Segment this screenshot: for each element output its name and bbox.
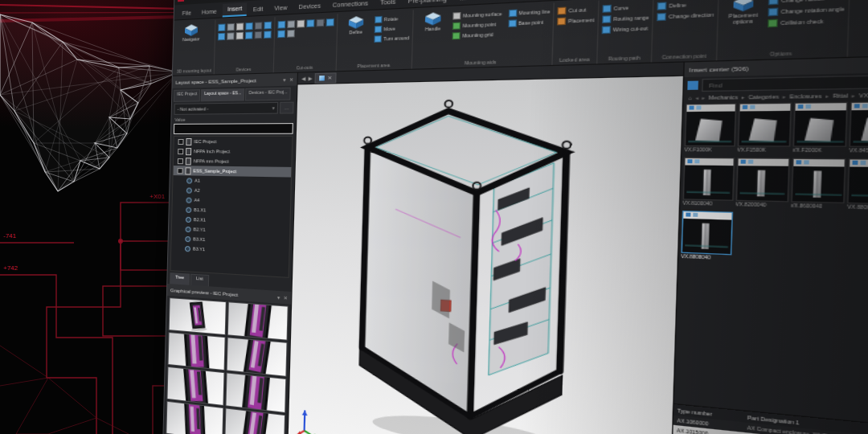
breadcrumb-segment-enclosures[interactable]: Enclosures [789,93,821,100]
tool-icon[interactable] [316,18,324,27]
part-tile-vx-8806040[interactable]: VX.8806040 [847,158,868,215]
find-input[interactable] [706,77,868,89]
preview-thumbnail[interactable] [227,301,289,340]
enclosure-3d-model[interactable] [326,86,608,434]
breadcrumb-segment-rittal[interactable]: Rittal [833,92,848,99]
tab-list[interactable]: List [190,274,209,287]
part-tile-vx-8100040[interactable]: VX.8100040 [682,158,735,211]
tool-icon[interactable] [255,31,263,39]
tool-icon[interactable] [278,21,286,29]
placement-options-button[interactable]: Placement options [722,0,765,25]
breadcrumb-segment-mechanics[interactable]: Mechanics [709,94,739,100]
main-area: Layout space - ESS_Sample_Project ▾ ✕ IE… [163,56,868,434]
preview-menu-icon[interactable]: ▾ [277,294,280,301]
part-tile-vx-f1500k[interactable]: VX.F1500K [737,103,791,156]
wiring-cut-out-button[interactable]: Wiring cut-out [601,23,649,35]
base-point-button[interactable]: Base point [508,17,551,28]
cut-out-button[interactable]: Cut out [558,5,595,16]
preview-close-icon[interactable]: ✕ [283,295,288,301]
preview-thumbnail[interactable] [166,366,224,406]
checkbox-icon[interactable] [178,149,183,154]
find-box[interactable] [702,75,868,92]
ribbon-group-cut-outs: Cut-outs [274,14,338,72]
activation-dropdown[interactable]: - Not activated - ▾ [174,102,279,115]
breadcrumb-segment-categories[interactable]: Categories [748,93,779,100]
breadcrumb-segment-vx[interactable]: VX [859,92,868,99]
breadcrumb-back-icon[interactable]: ◂ [695,95,698,100]
ribbon-tab-devices[interactable]: Devices [293,0,326,14]
tool-icon[interactable] [264,31,272,39]
device-icon [186,197,191,203]
part-tile-image [685,103,736,146]
collision-check-button[interactable]: Collision check [768,15,845,29]
home-icon[interactable]: ⌂ [688,95,692,100]
tool-icon[interactable] [245,23,253,31]
mounting-grid-button[interactable]: Mounting grid [452,30,502,41]
part-tile-vx-8600040[interactable]: VX.8600040 [790,158,846,213]
navigator-button[interactable]: Navigator [178,22,205,43]
preview-thumbnail[interactable] [168,332,226,371]
part-tile-vx-f2000k[interactable]: VX.F2000K [792,102,848,157]
checkbox-icon[interactable] [178,168,183,174]
part-tile-vx-f1000k[interactable]: VX.F1000K [684,103,736,155]
change-direction-icon [657,13,667,21]
tree-item-iec project[interactable]: IEC Project [174,137,293,147]
preview-thumbnail[interactable] [225,372,286,413]
ribbon-tab-edit[interactable]: Edit [248,3,268,16]
tool-icon[interactable] [297,20,305,28]
tool-icon[interactable] [264,22,272,30]
dock-tab-1[interactable]: Layout space - ES... [201,88,245,101]
tool-icon[interactable] [236,23,244,31]
placement-button[interactable]: Placement [557,15,594,27]
ribbon-tab-view[interactable]: View [269,2,293,14]
breadcrumb-forward-icon[interactable]: ▸ [702,95,705,100]
ribbon-tab-home[interactable]: Home [197,6,222,18]
mounting-point-button[interactable]: Mounting point [452,19,502,31]
tool-icon[interactable] [287,30,295,38]
value-filter-input[interactable] [174,123,293,134]
dock-tab-0[interactable]: IEC Project [174,89,200,102]
rotate-button[interactable]: Rotate [375,14,410,24]
panel-menu-icon[interactable]: ▾ [283,76,285,82]
tool-icon[interactable] [245,31,253,39]
tool-icon[interactable] [287,20,295,28]
checkbox-icon[interactable] [178,138,183,144]
preview-thumbnail[interactable] [169,297,227,335]
preview-thumbnail[interactable] [227,337,288,377]
curve-button[interactable]: Curve [602,2,649,14]
tab-close-icon[interactable]: ✕ [327,75,332,81]
tool-icon[interactable] [255,22,263,30]
viewport-tab[interactable]: ✕ [315,72,337,84]
tool-icon[interactable] [306,19,314,27]
tool-icon[interactable] [227,32,235,40]
ribbon-tab-insert[interactable]: Insert [223,2,248,17]
change-direction-button[interactable]: Change direction [657,10,714,22]
ribbon-tab-file[interactable]: File [178,7,196,19]
checkbox-icon[interactable] [178,158,183,164]
tool-icon[interactable] [218,33,225,41]
panel-close-icon[interactable]: ✕ [289,76,294,83]
tool-icon[interactable] [277,30,285,38]
move-button[interactable]: Move [375,23,410,34]
tool-icon[interactable] [218,23,225,31]
part-type-icon [797,104,803,108]
turn-around-button[interactable]: Turn around [374,33,409,43]
part-tile-vx-8200040[interactable]: VX.8200040 [735,158,789,211]
tool-icon[interactable] [326,18,334,27]
3d-viewport[interactable] [289,76,683,434]
dock-tab-2[interactable]: Devices - IEC Proj... [245,88,291,101]
routing-range-button[interactable]: Routing range [602,13,649,25]
mounting-line-button[interactable]: Mounting line [508,6,551,18]
handle-button[interactable]: Handle [416,9,450,32]
project-icon [186,158,191,165]
tab-scroll-right-icon[interactable]: ▶ [308,75,312,81]
part-tile-vx-8450k[interactable]: VX.8450K [849,101,868,157]
tool-icon[interactable] [236,32,244,40]
preview-thumbnail[interactable] [166,401,223,434]
tab-scroll-left-icon[interactable]: ◀ [301,76,305,82]
define-button[interactable]: Define [340,13,372,35]
activation-extra-button[interactable]: … [280,102,294,114]
tool-icon[interactable] [227,23,235,31]
ribbon-tab-tools[interactable]: Tools [375,0,402,10]
part-tile-vx-8808040[interactable]: VX.8808040 [681,211,733,264]
